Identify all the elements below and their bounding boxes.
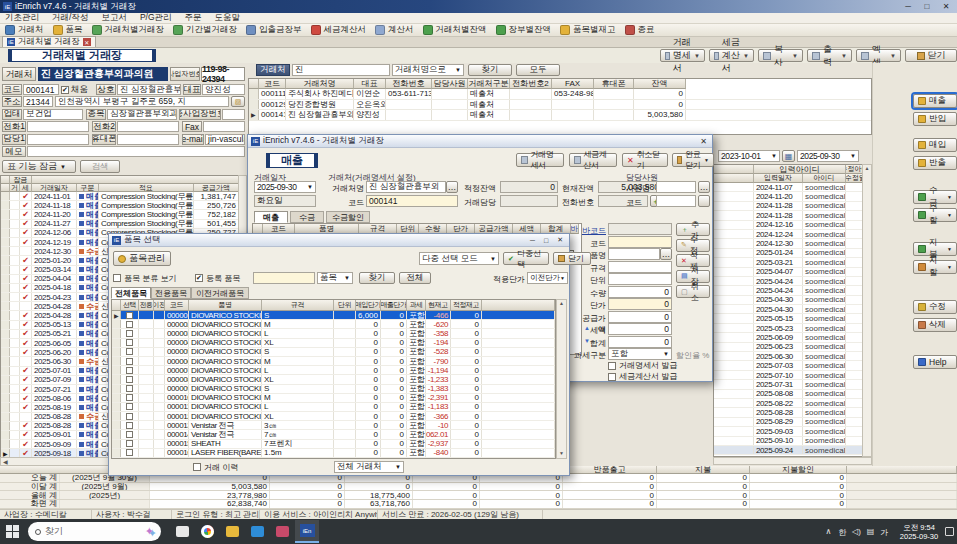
column-header-입력일자[interactable]: 입력일자 xyxy=(754,174,803,183)
log-row[interactable]: 2025-08-08soomedical xyxy=(714,390,871,399)
tray-icon-3[interactable]: ▤ xyxy=(864,527,877,537)
log-row[interactable]: 2025-06-23soomedical xyxy=(714,343,871,352)
item-row[interactable]: 000006DIOVARICO STOCKING(단M00포함-7900 xyxy=(112,357,555,366)
taskbar-app-edge-icon[interactable] xyxy=(245,520,269,543)
select-checkbox[interactable] xyxy=(126,376,133,383)
select-checkbox[interactable] xyxy=(126,440,133,447)
log-row[interactable]: 2025-04-24soomedical xyxy=(714,277,871,286)
dialog-tab-매출[interactable]: 매출 xyxy=(254,211,288,223)
log-h-scrollbar[interactable] xyxy=(713,457,872,465)
total-input[interactable]: 0 xyxy=(608,336,672,348)
multi-select-button[interactable]: ✔다중선택 xyxy=(503,252,549,265)
log-row[interactable]: 2025-07-03soomedical xyxy=(714,361,871,370)
input-field[interactable] xyxy=(117,134,179,145)
action-button-거래명세서[interactable]: 거래명세서▼ xyxy=(660,49,705,62)
issue-checkbox-세금계산서 발급[interactable]: 세금계산서 발급 xyxy=(608,372,708,381)
log-row[interactable]: 2025-06-30soomedical xyxy=(714,352,871,361)
toolbar-button-거래처별잔액[interactable]: 거래처별잔액 xyxy=(423,24,487,36)
log-row[interactable]: 2025-01-24soomedical xyxy=(714,249,871,258)
spec-input[interactable] xyxy=(608,261,672,273)
item-row[interactable]: 000007DIOVARICO STOCKING(단L00포함-1,1940 xyxy=(112,366,555,375)
ledger-row[interactable]: ✔2024-11-27매출Compression Stocking(무릎형)50… xyxy=(1,220,246,229)
column-header-선택[interactable]: 선택 xyxy=(121,300,139,311)
column-header-공급가액[interactable]: 공급가액 xyxy=(194,184,239,192)
menu-item-주문[interactable]: 주문 xyxy=(185,12,202,24)
staff-code-input[interactable] xyxy=(656,195,696,207)
cell-select[interactable] xyxy=(121,449,139,457)
item-row[interactable]: 000010DIOVARICO STOCKING(화M00포함-2,3910 xyxy=(112,394,555,403)
menu-item-기초관리[interactable]: 기초관리 xyxy=(5,12,39,24)
action-button-세금계산서[interactable]: 세금계산서▼ xyxy=(709,49,754,62)
side-button-수할[interactable]: 수할▼ xyxy=(913,208,957,222)
log-row[interactable]: 2025-06-09soomedical xyxy=(714,333,871,342)
toolbar-button-장부별잔액[interactable]: 장부별잔액 xyxy=(496,24,552,36)
close-button[interactable]: ✕ xyxy=(938,2,954,11)
item-tab-이전거래품목[interactable]: 이전거래품목 xyxy=(191,287,249,299)
log-row[interactable]: 2024-11-28soomedical xyxy=(714,211,871,220)
item-row[interactable]: 000005DIOVARICO STOCKING(단S00포함-5280 xyxy=(112,348,555,357)
input-field[interactable] xyxy=(27,121,89,132)
taskbar-search[interactable]: 찾기✦ xyxy=(28,522,161,541)
side-button-지할[interactable]: 지할▼ xyxy=(913,260,957,274)
side-button-수금[interactable]: 수금▼ xyxy=(913,190,957,204)
staff-name-input[interactable] xyxy=(656,181,696,193)
cell-select[interactable] xyxy=(121,311,139,319)
staff-lookup-button[interactable]: … xyxy=(698,181,710,193)
menu-item-도움말[interactable]: 도움말 xyxy=(215,12,241,24)
find-button[interactable]: 찾기 xyxy=(468,64,512,76)
log-row[interactable]: 2025-05-15soomedical xyxy=(714,314,871,323)
column-header-전용[interactable]: 전용 xyxy=(139,300,154,311)
item-lookup-button[interactable]: … xyxy=(660,248,672,260)
date-to-select[interactable]: 2025-09-30▼ xyxy=(797,150,859,162)
item-row[interactable]: 000014Venistar 전극7㎝00포함-3,062.010 xyxy=(112,430,555,439)
item-row[interactable]: 000009DIOVARICO STOCKING(화S00포함-1,3830 xyxy=(112,385,555,394)
qty-input[interactable]: 0 xyxy=(608,286,672,298)
date-from-select[interactable]: 2023-10-01▼ xyxy=(718,150,780,162)
item-row[interactable]: 000002DIOVARICO STOCKING(롱M00포함-6200 xyxy=(112,320,555,329)
taskbar-app-hancom-icon[interactable] xyxy=(270,520,294,543)
barcode-input[interactable] xyxy=(608,223,672,235)
column-header-단위[interactable]: 단위 xyxy=(334,300,356,311)
search-mode-select[interactable]: 거래처명으로▼ xyxy=(392,64,464,76)
code-input[interactable] xyxy=(608,236,672,248)
close-icon[interactable]: ✕ xyxy=(554,236,566,244)
scope-select[interactable]: 전체 거래처▼ xyxy=(334,461,404,473)
notification-icon[interactable] xyxy=(945,527,954,536)
customer-search-input[interactable]: 진 xyxy=(292,64,390,76)
customer-lookup-button[interactable]: … xyxy=(446,181,458,193)
column-header-휴대폰[interactable]: 휴대폰 xyxy=(594,79,634,89)
input-field[interactable]: 21344 xyxy=(23,96,53,107)
all-button[interactable]: 모두 xyxy=(516,64,560,76)
log-row[interactable]: 2025-08-29soomedical xyxy=(714,418,871,427)
log-row[interactable]: 2024-11-07soomedical xyxy=(714,183,871,192)
log-row[interactable]: 2025-03-21soomedical xyxy=(714,258,871,267)
menu-item-보고서[interactable]: 보고서 xyxy=(101,12,127,24)
select-checkbox[interactable] xyxy=(126,312,133,319)
column-header-세[interactable]: 세 xyxy=(20,184,32,192)
item-search-input[interactable] xyxy=(253,272,315,284)
action-button-복사[interactable]: 복사▼ xyxy=(758,49,803,62)
address-search-button[interactable]: ▨ xyxy=(231,96,245,107)
supply-input[interactable]: 0 xyxy=(608,311,672,323)
input-field[interactable]: 진 심장혈관흉부외과 xyxy=(117,84,181,95)
minimize-icon[interactable]: ─ xyxy=(527,237,538,244)
column-header-현재고[interactable]: 현재고 xyxy=(426,300,451,311)
log-v-scrollbar[interactable]: ▲ xyxy=(862,164,872,457)
column-header-거래처구분[interactable]: 거래처구분 xyxy=(468,79,510,89)
toolbar-button-세금계산서[interactable]: 세금계산서 xyxy=(311,24,367,36)
column-header-전화번호2[interactable]: 전화번호2 xyxy=(510,79,552,89)
input-field[interactable]: jin-vascular@naver.com xyxy=(205,134,245,145)
taskbar-app-document-app-icon[interactable] xyxy=(170,520,194,543)
column-header-거[interactable]: 거 xyxy=(10,184,20,192)
cell-select[interactable] xyxy=(121,357,139,365)
select-checkbox[interactable] xyxy=(126,348,133,355)
side-button-반입[interactable]: 반입 xyxy=(913,112,957,126)
dialog-tab-수금할인[interactable]: 수금할인 xyxy=(326,211,370,223)
maximize-icon[interactable]: □ xyxy=(541,237,551,244)
item-row[interactable]: ▶000001DIOVARICO STOCKING(롱S6,0000포함-466… xyxy=(112,311,555,320)
taskbar-app-chrome-icon[interactable] xyxy=(195,520,219,543)
column-header-규격[interactable]: 규격 xyxy=(262,300,334,311)
all-button[interactable]: 전체 xyxy=(399,272,431,284)
select-checkbox[interactable] xyxy=(126,367,133,374)
tax-input[interactable]: 0 xyxy=(608,323,672,335)
